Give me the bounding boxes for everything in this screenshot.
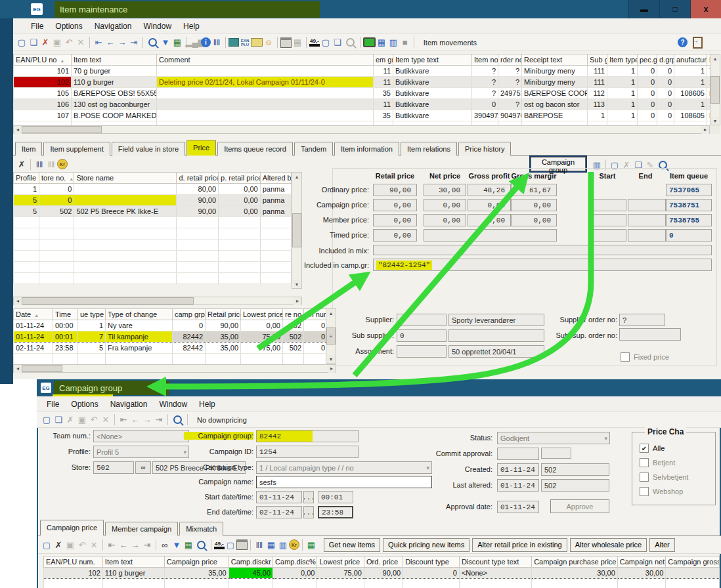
col-discount-type-text[interactable]: Discount type text [459,556,531,568]
menu-options[interactable]: Options [49,18,88,33]
tab-item-supplement[interactable]: Item supplement [43,142,110,156]
scroll-left-icon[interactable]: ◂ [14,126,22,134]
print-icon[interactable] [280,37,292,48]
filter-icon[interactable]: ▼ [171,539,183,551]
search-disabled-icon[interactable] [346,38,355,47]
member-end-field[interactable] [628,214,666,226]
history-hscrollbar[interactable]: ◂ ▸ [13,364,336,373]
col-pec-grp[interactable]: pec.grp [638,54,657,66]
cell[interactable]: 108605 [674,110,707,121]
tab-mixmatch[interactable]: Mixmatch [179,522,223,536]
scroll-thumb[interactable] [22,365,62,372]
search-icon[interactable] [173,415,182,424]
sub-supplier-field[interactable]: 0 [397,329,447,342]
menu-navigation[interactable]: Navigation [104,396,154,411]
col-item-type-text[interactable]: Item type text [393,54,472,66]
main-titlebar[interactable]: EG Item maintenance ▬ □ x [0,0,721,18]
cell[interactable]: Ny vare [106,320,173,331]
cell[interactable]: 111 [588,66,607,77]
campaign-group-field[interactable]: 82442 [256,430,359,442]
delete-icon[interactable]: ✕ [100,414,112,426]
col-item-no[interactable]: Item no. [472,54,498,66]
cell[interactable]: 0 [304,331,328,343]
col-p-retail-price[interactable]: p. retail price [219,173,261,184]
ordinary-retail-field[interactable]: 90,00 [373,184,417,196]
cell[interactable]: 1 [14,184,39,195]
nav-prev-icon[interactable]: ← [104,37,116,49]
table-row[interactable]: 5502502 P5 Breece PK Ikke-E90,000,00panm… [14,206,292,217]
checkbox-betjent[interactable] [640,458,649,467]
excel-delete-icon[interactable]: ✗ [53,539,64,551]
nav-last-icon[interactable]: ⇥ [153,414,165,426]
col-store-name[interactable]: Store name [74,173,177,184]
get-new-items-button[interactable]: Get new items [324,538,380,552]
col-sub-grp[interactable]: Sub grp. [588,54,607,66]
cell[interactable] [74,195,177,206]
campaign-end-field[interactable] [628,199,666,211]
col-comment[interactable]: Comment [157,54,374,66]
table-row[interactable]: 01-11-2400:017Til kampanje8244235,0075,0… [14,331,328,343]
sub-supplier-order-field[interactable] [619,328,681,341]
cell[interactable]: ? [472,66,498,77]
copy-icon[interactable]: ❏ [53,414,64,426]
col-date[interactable]: Date [14,309,53,320]
cell[interactable]: 90,00 [177,206,219,217]
col-ean-plu-no[interactable]: EAN/PLU no [14,54,72,66]
col-camp-disc[interactable]: Camp.disc% [273,556,317,568]
cell[interactable]: ? [498,99,522,110]
checkbox-alle[interactable]: ✔ [640,444,649,453]
col-item-text[interactable]: Item text [72,54,157,66]
cell[interactable]: 102 [14,77,72,88]
cell[interactable]: 112 [588,88,607,99]
col-profile[interactable]: Profile [14,173,39,184]
cell[interactable]: 0,00 [219,184,261,195]
scroll-down-icon[interactable]: ▾ [293,280,301,288]
col-time[interactable]: Time [53,309,78,320]
cell[interactable]: ? [498,77,522,88]
col-lowest-price[interactable]: Lowest price [241,309,283,320]
col-altered-by[interactable]: Altered by [260,173,291,184]
tab-item[interactable]: Item [15,142,42,156]
cell[interactable]: 30,00 [617,568,666,579]
search-icon[interactable] [197,541,206,549]
table-row[interactable]: 5090,000,00panma [14,195,292,206]
cell[interactable]: 0 [304,343,328,354]
fixed-price-checkbox[interactable] [621,352,630,362]
cell[interactable]: 0 [657,88,674,99]
cell[interactable]: BÆREPOSE OBS! 55X55X1 [72,88,157,99]
campaign-type-select[interactable]: 1 / Local campaign type / / no ▾ [256,461,432,474]
cell[interactable]: 0 [657,99,674,110]
table-icon[interactable]: ▦ [376,37,387,49]
col-ean-plu-num[interactable]: EAN/PLU num. [44,556,103,568]
cell[interactable]: Fra kampanje [106,343,173,354]
print-icon[interactable] [236,539,248,550]
cell[interactable]: 1 [607,99,638,110]
cell[interactable]: 502 [283,320,304,331]
save-icon[interactable]: ▣ [64,539,76,551]
cell[interactable]: 0 [638,77,657,88]
cell[interactable]: 1 [78,320,106,331]
cell[interactable]: 5 [14,195,39,206]
cell[interactable]: 00:01 [53,331,78,343]
barcode-icon[interactable]: ‖‖ [253,539,265,551]
cell[interactable]: Deleting price 02/11/24, Lokal Campaign … [157,77,374,88]
col-retail-price[interactable]: Retail price [206,309,241,320]
new-doc-icon[interactable]: ▢ [41,539,53,551]
menu-options[interactable]: Options [65,396,104,411]
cell[interactable]: 11 [374,99,393,110]
supplier-order-field[interactable]: ? [619,314,665,326]
paste-record-icon[interactable]: ▥ [277,539,289,551]
table-row[interactable]: 105BÆREPOSE OBS! 55X55X135Butikkvare?249… [14,88,716,99]
table-row[interactable]: 107B.POSE COOP MARKED 5035Butikkvare3904… [14,110,716,121]
cell[interactable]: 107 [14,110,72,121]
table-row[interactable]: 01-11-2400:001Ny vare090,000,005020 [14,320,328,331]
item-grid-vscrollbar[interactable]: ▴ ▾ [710,54,720,125]
cell[interactable]: Butikkvare [393,66,472,77]
nav-next-icon[interactable]: → [129,539,141,551]
campaign-titlebar[interactable]: EG Campaign group [37,379,721,396]
start-time-field[interactable]: 00:01 [318,491,353,503]
scroll-right-icon[interactable]: ▸ [328,365,336,373]
nav-next-icon[interactable]: → [116,37,128,49]
cell[interactable]: 502 [39,206,74,217]
price-label-icon[interactable]: 49,- [214,541,225,549]
